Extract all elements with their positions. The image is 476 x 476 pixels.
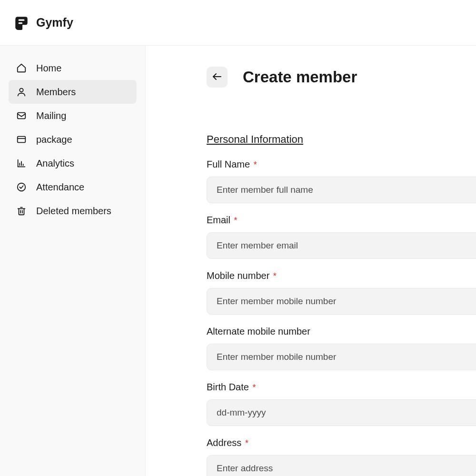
sidebar-item-label: Members (36, 87, 76, 98)
home-icon (16, 63, 27, 73)
brand-logo-icon (13, 15, 30, 31)
field-mobile: Mobile number * (207, 270, 476, 315)
page-header: Create member (207, 67, 476, 88)
field-label: Email * (207, 215, 476, 226)
brand-wrap[interactable]: Gymfy (13, 15, 73, 31)
sidebar-item-attendance[interactable]: Attendance (9, 175, 137, 199)
birth-date-input[interactable] (207, 399, 476, 426)
arrow-left-icon (211, 71, 223, 84)
trash-icon (16, 206, 27, 216)
sidebar-item-label: Home (36, 63, 61, 74)
required-marker: * (273, 271, 277, 281)
sidebar-item-analytics[interactable]: Analytics (9, 151, 137, 175)
package-icon (16, 134, 27, 145)
analytics-icon (16, 158, 27, 169)
page-title: Create member (243, 68, 357, 86)
sidebar-item-package[interactable]: package (9, 128, 137, 151)
svg-point-2 (20, 89, 23, 92)
svg-point-11 (18, 183, 26, 191)
required-marker: * (254, 160, 257, 169)
sidebar-item-home[interactable]: Home (9, 56, 137, 80)
sidebar-item-label: Attendance (36, 182, 84, 193)
required-marker: * (245, 438, 248, 448)
sidebar-item-mailing[interactable]: Mailing (9, 104, 137, 128)
svg-rect-4 (18, 137, 26, 143)
main-content: Create member Personal Information Full … (146, 46, 476, 476)
required-marker: * (234, 216, 238, 225)
field-email: Email * (207, 215, 476, 259)
alt-mobile-input[interactable] (207, 344, 476, 370)
field-full-name: Full Name * (207, 159, 476, 203)
sidebar: Home Members Mailing package Analytics (0, 46, 146, 476)
svg-rect-0 (19, 19, 25, 20)
sidebar-item-deleted-members[interactable]: Deleted members (9, 199, 137, 223)
mail-icon (16, 110, 27, 121)
section-title: Personal Information (207, 133, 476, 146)
field-alt-mobile: Alternate mobile number (207, 326, 476, 370)
field-label: Birth Date * (207, 382, 476, 393)
mobile-input[interactable] (207, 288, 476, 315)
sidebar-item-label: package (36, 134, 72, 145)
field-label: Full Name * (207, 159, 476, 170)
field-label: Alternate mobile number (207, 326, 476, 337)
svg-rect-3 (18, 113, 26, 119)
field-label: Mobile number * (207, 270, 476, 281)
app-header: Gymfy (0, 0, 476, 46)
back-button[interactable] (207, 67, 228, 88)
sidebar-item-label: Analytics (36, 158, 74, 169)
sidebar-item-label: Deleted members (36, 206, 111, 217)
field-label: Address * (207, 437, 476, 448)
field-birth-date: Birth Date * (207, 382, 476, 426)
user-icon (16, 87, 27, 97)
address-input[interactable] (207, 455, 476, 476)
field-address: Address * (207, 437, 476, 476)
brand-name: Gymfy (36, 16, 73, 30)
required-marker: * (253, 383, 256, 392)
check-circle-icon (16, 182, 27, 192)
sidebar-item-members[interactable]: Members (9, 80, 137, 104)
email-input[interactable] (207, 232, 476, 259)
svg-rect-1 (19, 22, 23, 23)
full-name-input[interactable] (207, 177, 476, 203)
sidebar-item-label: Mailing (36, 110, 66, 121)
